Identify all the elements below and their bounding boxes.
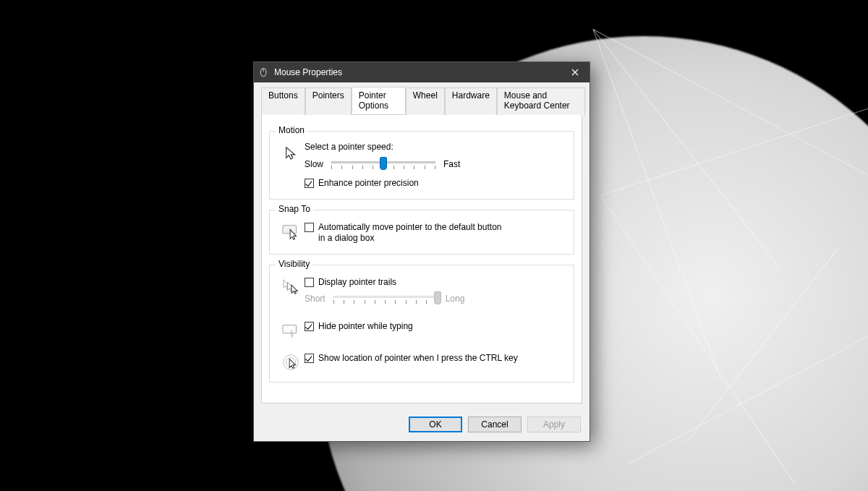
trails-long-label: Long xyxy=(446,294,465,304)
apply-button: Apply xyxy=(527,417,581,432)
visibility-legend: Visibility xyxy=(276,259,312,269)
pointer-trails-label: Display pointer trails xyxy=(318,277,396,288)
tab-panel-container: Motion Select a pointer speed: xyxy=(254,114,590,409)
tab-strip: Buttons Pointers Pointer Options Wheel H… xyxy=(254,82,590,114)
ok-button[interactable]: OK xyxy=(409,417,462,432)
hide-pointer-typing-icon xyxy=(281,321,302,341)
visibility-group: Visibility xyxy=(269,265,574,383)
desktop-background: Mouse Properties Buttons Pointers Pointe… xyxy=(0,0,868,491)
speed-fast-label: Fast xyxy=(443,159,460,169)
titlebar[interactable]: Mouse Properties xyxy=(254,62,590,82)
speed-slow-label: Slow xyxy=(305,159,323,169)
mouse-properties-dialog: Mouse Properties Buttons Pointers Pointe… xyxy=(253,61,590,442)
snap-to-group: Snap To xyxy=(269,210,574,255)
motion-legend: Motion xyxy=(276,125,307,135)
snap-to-icon xyxy=(281,222,302,242)
hide-pointer-typing-checkbox[interactable] xyxy=(305,322,314,331)
pointer-speed-slider[interactable] xyxy=(329,156,438,172)
tab-mouse-keyboard-center[interactable]: Mouse and Keyboard Center xyxy=(497,87,585,115)
tab-buttons[interactable]: Buttons xyxy=(261,87,305,115)
snap-to-checkbox[interactable] xyxy=(305,223,314,232)
pointer-trails-icon xyxy=(281,277,302,297)
svg-rect-3 xyxy=(283,325,297,333)
tab-pointers[interactable]: Pointers xyxy=(305,87,352,115)
mouse-icon xyxy=(258,67,270,78)
enhance-precision-checkbox[interactable] xyxy=(305,179,314,188)
close-button[interactable] xyxy=(561,62,590,82)
pointer-options-panel: Motion Select a pointer speed: xyxy=(261,114,582,404)
dialog-button-row: OK Cancel Apply xyxy=(254,409,590,441)
pointer-trails-slider xyxy=(331,291,440,307)
show-location-ctrl-checkbox[interactable] xyxy=(305,354,314,363)
pointer-trails-checkbox[interactable] xyxy=(305,278,314,287)
select-speed-label: Select a pointer speed: xyxy=(305,142,565,152)
tab-wheel[interactable]: Wheel xyxy=(406,87,445,115)
show-location-ctrl-icon xyxy=(281,353,302,373)
snap-to-label: Automatically move pointer to the defaul… xyxy=(318,222,506,244)
snap-to-legend: Snap To xyxy=(276,204,313,214)
cancel-button[interactable]: Cancel xyxy=(468,417,522,432)
motion-group: Motion Select a pointer speed: xyxy=(269,131,574,200)
tab-hardware[interactable]: Hardware xyxy=(445,87,497,115)
show-location-ctrl-label: Show location of pointer when I press th… xyxy=(318,353,518,364)
tab-pointer-options[interactable]: Pointer Options xyxy=(352,87,406,114)
hide-pointer-typing-label: Hide pointer while typing xyxy=(318,321,413,332)
window-title: Mouse Properties xyxy=(274,67,561,77)
pointer-speed-icon xyxy=(281,143,302,163)
trails-short-label: Short xyxy=(305,294,326,304)
enhance-precision-label: Enhance pointer precision xyxy=(318,178,419,189)
svg-rect-2 xyxy=(283,226,297,234)
